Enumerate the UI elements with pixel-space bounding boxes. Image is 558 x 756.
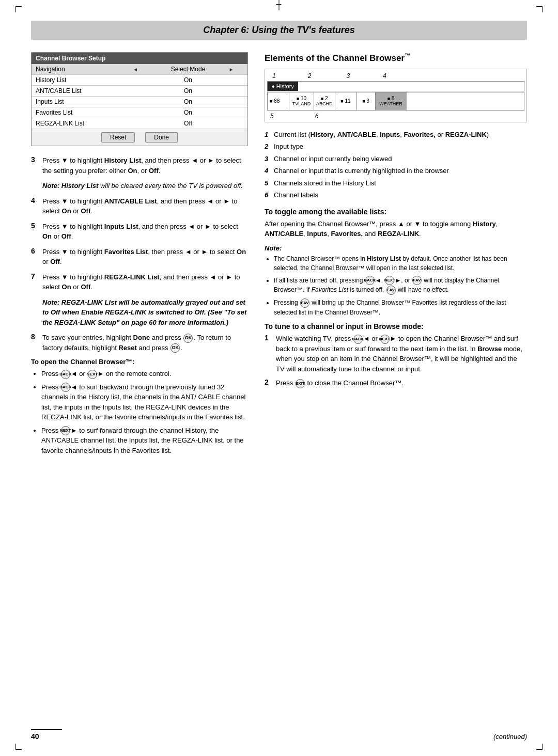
next-icon: NEXT bbox=[88, 370, 97, 379]
elem-num-6: 6 bbox=[265, 190, 274, 200]
corner-mark-tr bbox=[536, 6, 542, 12]
table-row: History List On bbox=[32, 75, 247, 86]
row-value: On bbox=[151, 86, 224, 97]
row-label: History List bbox=[32, 75, 129, 86]
open-browser-section: To open the Channel Browser™: Press BACK… bbox=[31, 358, 248, 455]
nav-label: Navigation bbox=[32, 64, 129, 75]
elements-heading: Elements of the Channel Browser™ bbox=[265, 52, 527, 64]
elem-num-3: 3 bbox=[265, 154, 274, 164]
note-section: Note: The Channel Browser™ opens in Hist… bbox=[265, 244, 527, 317]
list-item: 3 Channel or input currently being viewe… bbox=[265, 154, 527, 164]
elem-text-4: Channel or input that is currently highl… bbox=[274, 166, 449, 176]
list-item: 5 Channels stored in the History List bbox=[265, 178, 527, 188]
diagram-label-3: 3 bbox=[346, 72, 350, 80]
list-item: Press BACK◄ to surf backward through the… bbox=[41, 382, 248, 422]
chapter-heading: Chapter 6: Using the TV's features bbox=[31, 21, 527, 40]
browser-diagram: 1 2 3 4 ♦ History ■ 88 ■ 10 TVLAND bbox=[265, 69, 527, 122]
nav-arrow-left: ◄ bbox=[129, 64, 151, 75]
diagram-ch-8-weather: ■ 8 WEATHER bbox=[376, 92, 407, 110]
list-item: Press NEXT► to surf forward through the … bbox=[41, 426, 248, 456]
next-icon-note: NEXT bbox=[385, 276, 394, 285]
step-number: 7 bbox=[31, 272, 40, 280]
page-number: 40 bbox=[31, 729, 62, 741]
diagram-label-2: 2 bbox=[308, 72, 312, 80]
back-icon-tune: BACK bbox=[353, 335, 363, 344]
back-icon-note: BACK bbox=[365, 276, 375, 285]
step-8: 8 To save your entries, highlight Done a… bbox=[31, 333, 248, 353]
elem-num-5: 5 bbox=[265, 178, 274, 188]
tune-step-1: 1 While watching TV, press BACK◄ or NEXT… bbox=[265, 334, 527, 374]
elem-text-2: Input type bbox=[274, 141, 303, 152]
table-row: Inputs List On bbox=[32, 97, 247, 107]
back-icon: BACK bbox=[61, 370, 70, 379]
left-column: Channel Browser Setup Navigation ◄ Selec… bbox=[31, 52, 248, 461]
elem-text-3: Channel or input currently being viewed bbox=[274, 154, 392, 164]
step-4-text: Press ▼ to highlight ANT/CABLE List, and… bbox=[42, 196, 248, 216]
steps-block: 3 Press ▼ to highlight History List, and… bbox=[31, 155, 248, 353]
diagram-label-4: 4 bbox=[383, 72, 386, 80]
list-item: If all lists are turned off, pressing BA… bbox=[274, 276, 527, 295]
step-3-note: Note: History List will be cleared every… bbox=[42, 181, 248, 191]
row-value: On bbox=[151, 97, 224, 107]
setup-table-title: Channel Browser Setup bbox=[32, 53, 247, 64]
fav-icon-note: FAV bbox=[412, 276, 422, 285]
elem-text-1: Current list (History, ANT/CABLE, Inputs… bbox=[274, 130, 489, 140]
ok-icon: OK bbox=[183, 334, 193, 343]
diagram-ch-11: ■ 11 bbox=[335, 92, 357, 110]
setup-table-wrapper: Channel Browser Setup Navigation ◄ Selec… bbox=[31, 52, 248, 146]
diagram-ch-88: ■ 88 bbox=[268, 92, 289, 110]
step-3-text: Press ▼ to highlight History List, and t… bbox=[42, 155, 248, 176]
elem-text-5: Channels stored in the History List bbox=[274, 178, 376, 188]
step-6-text: Press ▼ to highlight Favorites List, the… bbox=[42, 247, 248, 267]
right-column: Elements of the Channel Browser™ 1 2 3 4… bbox=[265, 52, 527, 461]
step-4: 4 Press ▼ to highlight ANT/CABLE List, a… bbox=[31, 196, 248, 216]
step-3: 3 Press ▼ to highlight History List, and… bbox=[31, 155, 248, 176]
step-5: 5 Press ▼ to highlight Inputs List, and … bbox=[31, 222, 248, 242]
tune-section: To tune to a channel or input in Browse … bbox=[265, 322, 527, 388]
note-label: Note: bbox=[265, 244, 527, 252]
fav-icon-note3: FAV bbox=[300, 298, 309, 308]
step-5-text: Press ▼ to highlight Inputs List, and th… bbox=[42, 222, 248, 242]
elem-num-4: 4 bbox=[265, 166, 274, 176]
step-7-text: Press ▼ to highlight REGZA-LINK List, an… bbox=[42, 272, 248, 292]
table-row: Favorites List On bbox=[32, 107, 247, 118]
done-button[interactable]: Done bbox=[145, 132, 178, 143]
elem-text-6: Channel labels bbox=[274, 190, 318, 200]
step-8-text: To save your entries, highlight Done and… bbox=[42, 333, 248, 353]
step-7-note: Note: REGZA-LINK List will be automatica… bbox=[42, 297, 248, 328]
corner-mark-br bbox=[536, 744, 542, 750]
elements-list: 1 Current list (History, ANT/CABLE, Inpu… bbox=[265, 130, 527, 200]
open-browser-title: To open the Channel Browser™: bbox=[31, 358, 248, 366]
back-icon-2: BACK bbox=[61, 383, 70, 392]
step-number: 8 bbox=[31, 333, 40, 341]
toggle-section: To toggle among the available lists: Aft… bbox=[265, 208, 527, 239]
setup-table-buttons: Reset Done bbox=[32, 129, 247, 146]
list-item: Press BACK◄ or NEXT► on the remote contr… bbox=[41, 369, 248, 379]
tune-step-2: 2 Press EXIT to close the Channel Browse… bbox=[265, 378, 527, 388]
continued-text: (continued) bbox=[493, 733, 527, 741]
history-tab: ♦ History bbox=[268, 82, 298, 91]
nav-value: Select Mode bbox=[151, 64, 224, 75]
diagram-ch-2: ■ 2 ABCHD bbox=[314, 92, 335, 110]
corner-mark-bl bbox=[16, 744, 22, 750]
note-list: The Channel Browser™ opens in History Li… bbox=[265, 254, 527, 317]
setup-table: Navigation ◄ Select Mode ► History List … bbox=[32, 64, 247, 129]
diagram-label-6: 6 bbox=[315, 113, 319, 120]
nav-arrow-right: ► bbox=[225, 64, 247, 75]
step-number: 2 bbox=[265, 378, 274, 386]
corner-mark-tl bbox=[16, 6, 22, 12]
list-item: Pressing FAV will bring up the Channel B… bbox=[274, 298, 527, 317]
list-item: The Channel Browser™ opens in History Li… bbox=[274, 254, 527, 273]
row-label: Favorites List bbox=[32, 107, 129, 118]
table-row: REGZA-LINK List Off bbox=[32, 118, 247, 129]
row-label: ANT/CABLE List bbox=[32, 86, 129, 97]
reset-button[interactable]: Reset bbox=[101, 132, 135, 143]
list-item: 4 Channel or input that is currently hig… bbox=[265, 166, 527, 176]
table-nav-row: Navigation ◄ Select Mode ► bbox=[32, 64, 247, 75]
step-number: 4 bbox=[31, 196, 40, 204]
page-footer: 40 (continued) bbox=[31, 729, 527, 741]
next-icon-2: NEXT bbox=[61, 426, 70, 435]
tune-step-2-text: Press EXIT to close the Channel Browser™… bbox=[276, 378, 404, 388]
next-icon-tune: NEXT bbox=[380, 335, 390, 344]
step-number: 6 bbox=[31, 247, 40, 255]
